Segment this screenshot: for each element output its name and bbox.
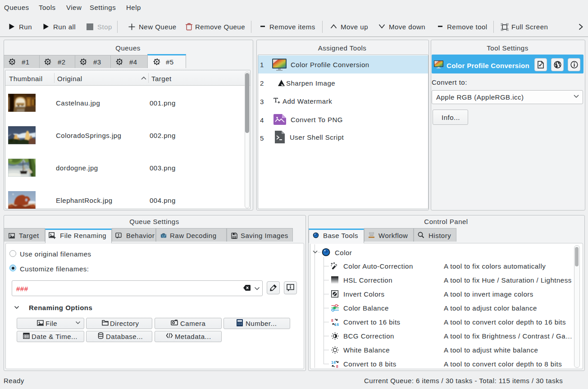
svg-text:16: 16: [334, 322, 339, 326]
svg-text:16: 16: [331, 360, 336, 365]
svg-text:8: 8: [336, 364, 338, 368]
svg-text:8: 8: [331, 318, 333, 323]
